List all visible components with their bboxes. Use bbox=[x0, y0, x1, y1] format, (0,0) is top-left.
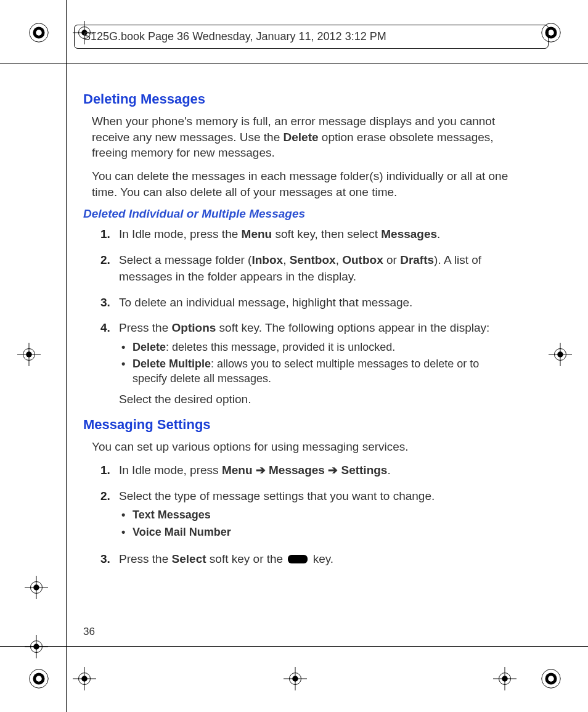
crop-line-bottom bbox=[0, 646, 588, 647]
svg-point-2 bbox=[36, 30, 42, 36]
registration-mark-icon bbox=[27, 21, 51, 44]
bold-text: Inbox bbox=[251, 253, 283, 266]
text: soft key, then select bbox=[272, 227, 381, 240]
paragraph: You can delete the messages in each mess… bbox=[92, 168, 511, 200]
list-body: In Idle mode, press the Menu soft key, t… bbox=[119, 226, 501, 243]
svg-point-35 bbox=[81, 676, 88, 682]
section-heading-settings: Messaging Settings bbox=[83, 417, 527, 433]
text: soft key or the bbox=[206, 552, 287, 565]
svg-point-39 bbox=[292, 676, 298, 682]
bold-text: Menu bbox=[222, 464, 253, 477]
text: Select the type of message settings that… bbox=[119, 489, 435, 502]
bold-text: Delete Multiple bbox=[133, 358, 211, 370]
registration-mark-icon bbox=[539, 667, 563, 690]
bold-text: Text Messages bbox=[133, 508, 501, 522]
text: , bbox=[283, 253, 290, 266]
text: key. bbox=[309, 552, 333, 565]
bold-text: Delete bbox=[133, 341, 166, 353]
svg-point-19 bbox=[26, 351, 32, 358]
list-number: 3. bbox=[100, 550, 119, 568]
sub-list-item: • Delete: deletes this message, provided… bbox=[121, 340, 501, 354]
list-item: 1. In Idle mode, press the Menu soft key… bbox=[100, 226, 527, 243]
bold-text: Sentbox bbox=[290, 253, 336, 266]
list-body: Press the Select soft key or the key. bbox=[119, 550, 501, 568]
text: . bbox=[437, 227, 440, 240]
crosshair-icon bbox=[493, 667, 517, 690]
list-item: 3. To delete an individual message, high… bbox=[100, 294, 527, 311]
crop-line-top bbox=[0, 63, 588, 64]
bold-text: Messages bbox=[381, 227, 437, 240]
text: soft key. The following options appear i… bbox=[216, 321, 489, 334]
text: , bbox=[336, 253, 343, 266]
list-number: 1. bbox=[100, 226, 119, 243]
list-item: 2. Select a message folder (Inbox, Sentb… bbox=[100, 252, 527, 285]
key-icon bbox=[288, 555, 308, 563]
list-number: 4. bbox=[100, 319, 119, 337]
arrow-icon: ➔ bbox=[252, 464, 269, 477]
list-body: Select the type of message settings that… bbox=[119, 488, 501, 542]
list-number: 1. bbox=[100, 462, 119, 479]
sub-list: • Text Messages • Voice Mail Number bbox=[121, 508, 501, 539]
bold-text: Delete bbox=[284, 131, 319, 144]
section-heading-deleting: Deleting Messages bbox=[83, 91, 527, 107]
svg-point-31 bbox=[33, 644, 39, 650]
svg-point-8 bbox=[36, 676, 42, 682]
bold-text: Voice Mail Number bbox=[133, 525, 501, 539]
bold-text: Settings bbox=[341, 464, 387, 477]
crosshair-icon bbox=[25, 576, 48, 599]
text: Select a message folder ( bbox=[119, 253, 251, 266]
crosshair-icon bbox=[549, 343, 572, 366]
svg-point-43 bbox=[502, 676, 508, 682]
text: In Idle mode, press the bbox=[119, 227, 242, 240]
sub-list-item: • Delete Multiple: allows you to select … bbox=[121, 357, 501, 386]
bullet-icon: • bbox=[121, 357, 133, 371]
crop-line-left bbox=[66, 0, 67, 712]
bullet-icon: • bbox=[121, 340, 133, 354]
sub-list: • Delete: deletes this message, provided… bbox=[121, 340, 501, 386]
bullet-icon: • bbox=[121, 508, 133, 522]
list-number: 3. bbox=[100, 294, 119, 311]
bold-text: Outbox bbox=[342, 253, 383, 266]
text: or bbox=[383, 253, 400, 266]
crosshair-icon bbox=[73, 667, 96, 690]
page-number: 36 bbox=[83, 626, 95, 638]
list-item: 4. Press the Options soft key. The follo… bbox=[100, 319, 527, 407]
text: Press the bbox=[119, 552, 172, 565]
list-item: 1. In Idle mode, press Menu ➔ Messages ➔… bbox=[100, 462, 527, 479]
bullet-icon: • bbox=[121, 525, 133, 539]
bold-text: Menu bbox=[242, 227, 272, 240]
list-body: To delete an individual message, highlig… bbox=[119, 294, 501, 311]
crosshair-icon bbox=[17, 343, 41, 366]
text: Select the desired option. bbox=[119, 391, 501, 408]
svg-point-11 bbox=[548, 676, 554, 682]
page-content: Deleting Messages When your phone's memo… bbox=[83, 86, 527, 576]
ordered-list: 1. In Idle mode, press Menu ➔ Messages ➔… bbox=[100, 462, 527, 567]
list-body: Select a message folder (Inbox, Sentbox,… bbox=[119, 252, 501, 285]
arrow-icon: ➔ bbox=[325, 464, 341, 477]
sub-list-body: Delete Multiple: allows you to select mu… bbox=[133, 357, 501, 386]
bold-text: Options bbox=[172, 321, 216, 334]
crosshair-icon bbox=[25, 635, 48, 658]
ordered-list: 1. In Idle mode, press the Menu soft key… bbox=[100, 226, 527, 407]
list-item: 3. Press the Select soft key or the key. bbox=[100, 550, 527, 568]
list-body: Press the Options soft key. The followin… bbox=[119, 319, 501, 407]
subsection-heading: Deleted Individual or Multiple Messages bbox=[83, 207, 527, 221]
list-number: 2. bbox=[100, 252, 119, 269]
registration-mark-icon bbox=[27, 667, 51, 690]
list-number: 2. bbox=[100, 488, 119, 505]
sub-list-body: Delete: deletes this message, provided i… bbox=[133, 340, 501, 354]
bold-text: Messages bbox=[269, 464, 325, 477]
text: : deletes this message, provided it is u… bbox=[166, 341, 395, 353]
sub-list-item: • Voice Mail Number bbox=[121, 525, 501, 539]
paragraph: When your phone's memory is full, an err… bbox=[92, 113, 511, 161]
text: Press the bbox=[119, 321, 172, 334]
crosshair-icon bbox=[284, 667, 307, 690]
list-body: In Idle mode, press Menu ➔ Messages ➔ Se… bbox=[119, 462, 501, 479]
list-item: 2. Select the type of message settings t… bbox=[100, 488, 527, 542]
bold-text: Drafts bbox=[400, 253, 434, 266]
text: In Idle mode, press bbox=[119, 464, 222, 477]
page-header: S125G.book Page 36 Wednesday, January 11… bbox=[74, 25, 549, 49]
svg-point-23 bbox=[557, 351, 563, 358]
text: . bbox=[387, 464, 390, 477]
bold-text: Select bbox=[172, 552, 206, 565]
